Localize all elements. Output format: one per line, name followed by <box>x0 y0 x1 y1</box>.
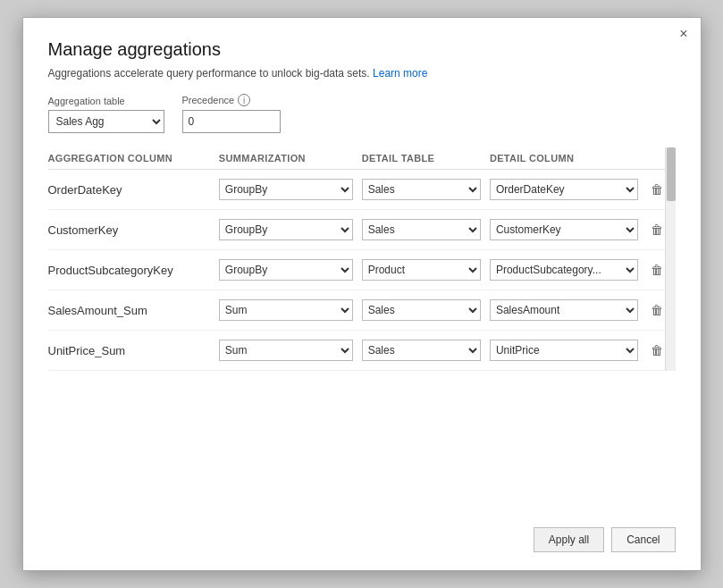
detail-column-cell: OrderDateKeyCustomerKeySalesAmountUnitPr… <box>486 250 643 290</box>
detail-column-select[interactable]: OrderDateKeyCustomerKeySalesAmountUnitPr… <box>490 219 638 240</box>
detail-column-select[interactable]: OrderDateKeyCustomerKeySalesAmountUnitPr… <box>490 299 638 321</box>
apply-all-button[interactable]: Apply all <box>534 527 604 552</box>
detail-table-select[interactable]: SalesProduct <box>362 179 481 200</box>
detail-column-cell: OrderDateKeyCustomerKeySalesAmountUnitPr… <box>486 290 643 331</box>
detail-table-cell: SalesProduct <box>358 210 486 250</box>
detail-column-cell: OrderDateKeyCustomerKeySalesAmountUnitPr… <box>486 331 643 371</box>
table-row: OrderDateKeyGroupBySumCountMinMaxAverage… <box>48 170 676 210</box>
aggregations-table: AGGREGATION COLUMN SUMMARIZATION DETAIL … <box>48 147 676 371</box>
header-detail-column: DETAIL COLUMN <box>486 147 643 170</box>
detail-table-cell: SalesProduct <box>358 250 486 290</box>
header-detail-table: DETAIL TABLE <box>358 147 486 170</box>
header-agg-column: AGGREGATION COLUMN <box>48 147 215 170</box>
cancel-button[interactable]: Cancel <box>611 527 675 552</box>
summarization-cell: GroupBySumCountMinMaxAverage <box>215 210 358 250</box>
table-row: CustomerKeyGroupBySumCountMinMaxAverageS… <box>48 210 676 250</box>
info-icon: i <box>238 94 250 106</box>
table-row: UnitPrice_SumGroupBySumCountMinMaxAverag… <box>48 331 676 371</box>
agg-column-cell: SalesAmount_Sum <box>48 290 215 331</box>
agg-table-label: Aggregation table <box>48 96 164 106</box>
controls-row: Aggregation table Sales Agg Precedence i <box>48 94 676 133</box>
summarization-cell: GroupBySumCountMinMaxAverage <box>215 290 358 331</box>
table-row: SalesAmount_SumGroupBySumCountMinMaxAver… <box>48 290 676 331</box>
detail-column-select[interactable]: OrderDateKeyCustomerKeySalesAmountUnitPr… <box>490 259 638 281</box>
agg-column-cell: OrderDateKey <box>48 170 215 210</box>
detail-column-select[interactable]: OrderDateKeyCustomerKeySalesAmountUnitPr… <box>490 179 638 200</box>
summarization-cell: GroupBySumCountMinMaxAverage <box>215 170 358 210</box>
detail-column-cell: OrderDateKeyCustomerKeySalesAmountUnitPr… <box>486 210 643 250</box>
precedence-group: Precedence i <box>182 94 281 133</box>
detail-table-cell: SalesProduct <box>358 290 486 331</box>
detail-table-cell: SalesProduct <box>358 170 486 210</box>
summarization-select[interactable]: GroupBySumCountMinMaxAverage <box>219 259 353 281</box>
agg-table-select[interactable]: Sales Agg <box>48 110 164 133</box>
detail-column-cell: OrderDateKeyCustomerKeySalesAmountUnitPr… <box>486 170 643 210</box>
detail-table-select[interactable]: SalesProduct <box>362 340 481 361</box>
dialog-footer: Apply all Cancel <box>48 517 676 552</box>
detail-table-cell: SalesProduct <box>358 331 486 371</box>
aggregations-table-container[interactable]: AGGREGATION COLUMN SUMMARIZATION DETAIL … <box>48 147 676 371</box>
precedence-label: Precedence i <box>182 94 281 106</box>
scrollbar-track[interactable] <box>665 147 676 371</box>
close-button[interactable]: × <box>679 27 687 41</box>
table-section: AGGREGATION COLUMN SUMMARIZATION DETAIL … <box>48 147 676 502</box>
detail-table-select[interactable]: SalesProduct <box>362 299 481 321</box>
scrollbar-thumb <box>667 147 676 201</box>
summarization-select[interactable]: GroupBySumCountMinMaxAverage <box>219 340 353 361</box>
summarization-select[interactable]: GroupBySumCountMinMaxAverage <box>219 219 353 240</box>
summarization-cell: GroupBySumCountMinMaxAverage <box>215 331 358 371</box>
detail-table-select[interactable]: SalesProduct <box>362 219 481 240</box>
agg-column-cell: ProductSubcategoryKey <box>48 250 215 290</box>
manage-aggregations-dialog: × Manage aggregations Aggregations accel… <box>22 17 702 571</box>
agg-column-cell: CustomerKey <box>48 210 215 250</box>
detail-table-select[interactable]: SalesProduct <box>362 259 481 281</box>
learn-more-link[interactable]: Learn more <box>373 67 427 80</box>
table-row: ProductSubcategoryKeyGroupBySumCountMinM… <box>48 250 676 290</box>
precedence-input[interactable] <box>182 110 281 133</box>
agg-column-cell: UnitPrice_Sum <box>48 331 215 371</box>
header-summarization: SUMMARIZATION <box>215 147 358 170</box>
detail-column-select[interactable]: OrderDateKeyCustomerKeySalesAmountUnitPr… <box>490 340 638 361</box>
summarization-cell: GroupBySumCountMinMaxAverage <box>215 250 358 290</box>
dialog-title: Manage aggregations <box>48 39 676 60</box>
summarization-select[interactable]: GroupBySumCountMinMaxAverage <box>219 179 353 200</box>
dialog-subtitle: Aggregations accelerate query performanc… <box>48 67 676 80</box>
agg-table-group: Aggregation table Sales Agg <box>48 96 164 133</box>
summarization-select[interactable]: GroupBySumCountMinMaxAverage <box>219 299 353 321</box>
